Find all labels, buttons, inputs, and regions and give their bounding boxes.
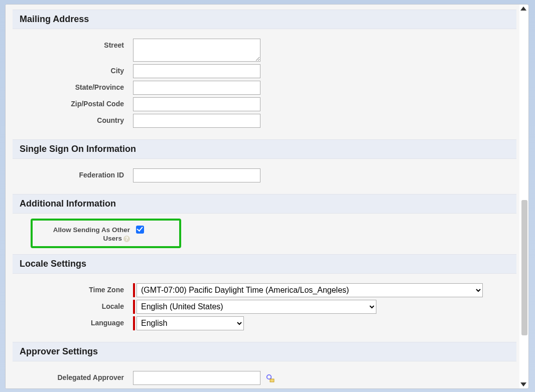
section-body-locale: Time Zone (GMT-07:00) Pacific Daylight T…	[19, 274, 516, 342]
country-input[interactable]	[133, 114, 260, 128]
federation-id-input[interactable]	[133, 168, 260, 182]
label-allow-sending: Allow Sending As Other Users?	[33, 224, 133, 243]
section-header-approver: Approver Settings	[13, 342, 516, 361]
label-federation-id: Federation ID	[19, 168, 133, 180]
section-body-sso: Federation ID	[19, 159, 516, 194]
label-city: City	[19, 64, 133, 76]
label-delegated-approver: Delegated Approver	[19, 371, 133, 382]
label-country: Country	[19, 114, 133, 125]
timezone-select[interactable]: (GMT-07:00) Pacific Daylight Time (Ameri…	[137, 283, 483, 297]
city-input[interactable]	[133, 64, 260, 78]
page-background: Mailing Address Street City State/Provin…	[0, 0, 535, 392]
form-content: Mailing Address Street City State/Provin…	[6, 5, 519, 389]
label-language: Language	[19, 316, 133, 328]
scroll-down-icon[interactable]	[520, 382, 526, 386]
language-select[interactable]: English	[137, 316, 244, 330]
street-input[interactable]	[133, 39, 260, 62]
label-zip: Zip/Postal Code	[19, 97, 133, 109]
label-timezone: Time Zone	[19, 283, 133, 295]
section-body-approver: Delegated Approver	[19, 361, 516, 389]
label-state: State/Province	[19, 81, 133, 92]
allow-sending-checkbox[interactable]	[136, 226, 144, 234]
section-header-locale: Locale Settings	[13, 254, 516, 274]
state-input[interactable]	[133, 81, 260, 95]
svg-rect-2	[270, 379, 274, 382]
lookup-icon[interactable]	[265, 373, 275, 382]
section-header-mailing: Mailing Address	[13, 10, 516, 29]
required-bar	[133, 283, 135, 297]
section-header-sso: Single Sign On Information	[13, 139, 516, 159]
section-header-additional: Additional Information	[13, 194, 516, 214]
section-body-additional: Allow Sending As Other Users?	[19, 214, 516, 254]
svg-point-0	[267, 374, 272, 379]
section-body-mailing: Street City State/Province Zip/Postal Co…	[19, 29, 516, 139]
label-allow-sending-text: Allow Sending As Other Users	[53, 226, 130, 242]
scroll-up-icon[interactable]	[520, 7, 526, 11]
locale-select[interactable]: English (United States)	[137, 300, 376, 314]
delegated-approver-input[interactable]	[133, 371, 260, 385]
main-panel: Mailing Address Street City State/Provin…	[5, 4, 529, 389]
allow-sending-highlight: Allow Sending As Other Users?	[31, 219, 181, 248]
help-icon[interactable]: ?	[123, 236, 130, 242]
scrollbar-thumb[interactable]	[521, 200, 527, 335]
required-bar	[133, 300, 135, 314]
label-locale: Locale	[19, 300, 133, 311]
label-street: Street	[19, 39, 133, 50]
zip-input[interactable]	[133, 97, 260, 111]
required-bar	[133, 316, 135, 330]
